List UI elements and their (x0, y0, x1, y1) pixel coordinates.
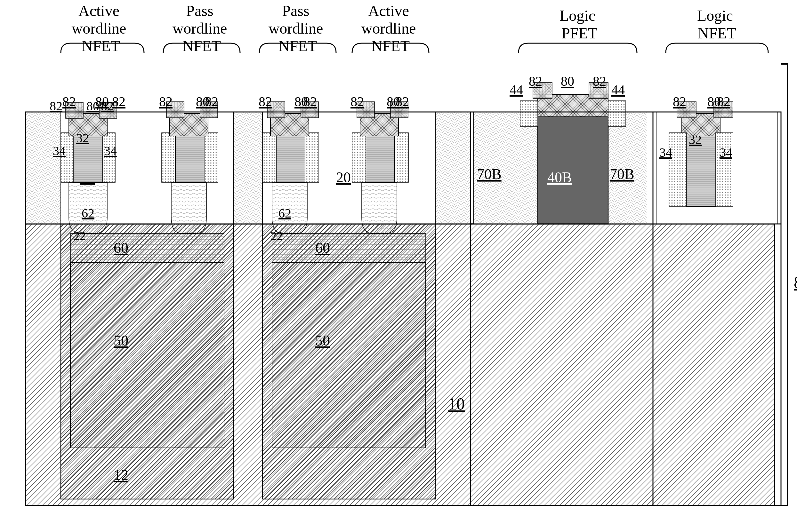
label-50-left: 50 (114, 332, 128, 349)
svg-rect-34 (204, 133, 218, 182)
label-34-d1-r: 34 (104, 144, 117, 158)
label-44-pfet-l: 44 (509, 82, 523, 97)
label-60-left: 60 (114, 240, 128, 256)
label-82-nfet-r: 82 (717, 94, 730, 109)
svg-rect-18 (272, 233, 426, 262)
label-80-pfet: 80 (561, 74, 574, 89)
label-70b-right: 70B (610, 166, 634, 182)
svg-rect-40 (305, 133, 319, 182)
label-34-d1-l: 34 (53, 144, 66, 158)
label-62-1: 62 (81, 206, 94, 221)
label-82-d4-l: 82 (351, 94, 364, 109)
label-82-d2-r: 82 (205, 94, 218, 109)
svg-rect-39 (262, 133, 276, 182)
label-82-d2-l: 82 (159, 94, 172, 109)
label-62-2: 62 (278, 206, 291, 221)
label-82-d4-r: 82 (396, 94, 409, 109)
svg-rect-54 (520, 101, 538, 126)
label-22-1: 22 (74, 229, 86, 243)
label-82-d1-l: 82 (62, 94, 76, 109)
label-44-pfet-r: 44 (611, 82, 625, 97)
label-20-right: 20 (336, 169, 351, 186)
label-32-d1: 32 (76, 131, 89, 145)
label-82-1: 82 (50, 99, 62, 113)
svg-rect-62 (716, 133, 733, 206)
label-10: 10 (448, 395, 465, 413)
label-70b-left: 70B (477, 166, 502, 182)
svg-rect-17 (272, 262, 426, 448)
label-34-nfet-r: 34 (720, 145, 733, 159)
label-34-nfet-l: 34 (660, 145, 672, 159)
label-40b: 40B (547, 169, 572, 186)
svg-rect-46 (395, 133, 408, 182)
label-22-2: 22 (271, 229, 283, 243)
label-82-pfet-r: 82 (593, 74, 606, 89)
svg-rect-14 (70, 262, 224, 448)
svg-rect-15 (70, 233, 224, 262)
label-60-right: 60 (315, 240, 330, 256)
label-32-nfet: 32 (689, 132, 702, 147)
label-80-d1: 80 (95, 94, 109, 109)
label-82-d1-r: 82 (112, 94, 126, 109)
label-50-right: 50 (315, 332, 330, 349)
svg-rect-61 (669, 133, 687, 206)
svg-rect-55 (608, 101, 626, 126)
label-82-d3-r: 82 (303, 94, 317, 109)
label-82-d3-l: 82 (259, 94, 272, 109)
svg-rect-52 (538, 112, 608, 224)
label-8: 8 (794, 273, 797, 291)
svg-rect-33 (162, 133, 175, 182)
label-82-pfet-l: 82 (529, 74, 542, 89)
label-12: 12 (114, 467, 128, 483)
diagram-container: Active wordline NFET Pass wordline NFET … (0, 0, 797, 532)
svg-rect-45 (352, 133, 366, 182)
label-82-nfet-l: 82 (673, 94, 686, 109)
